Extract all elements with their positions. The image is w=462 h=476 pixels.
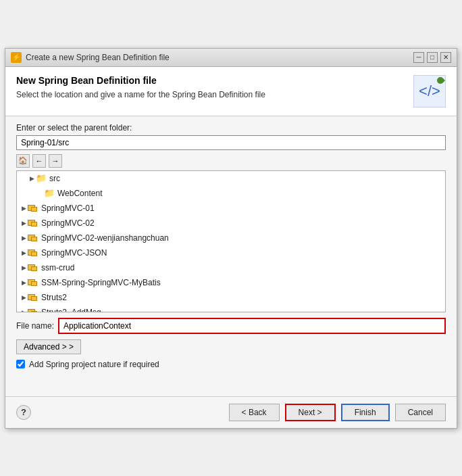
project-icon	[28, 263, 38, 272]
folder-icon: 📁	[36, 174, 47, 183]
toggle-icon[interactable]: ▶	[20, 308, 28, 312]
project-icon	[28, 218, 38, 228]
tree-item-label: SpringMVC-02-wenjianshangchuan	[41, 232, 169, 244]
tree-row[interactable]: ▶ SSM-Spring-SpringMVC-MyBatis	[17, 275, 445, 290]
maximize-button[interactable]: □	[427, 52, 438, 63]
project-icon	[28, 233, 38, 243]
toggle-icon[interactable]: ▶	[20, 204, 28, 212]
toggle-icon[interactable]: ▶	[20, 264, 28, 272]
dialog-title: Create a new Spring Bean Definition file	[26, 53, 170, 62]
tree-row[interactable]: ▶ ssm-crud	[17, 260, 445, 275]
checkbox-row: Add Spring project nature if required	[16, 360, 446, 369]
tree-row[interactable]: ▶ 📁 src	[17, 171, 445, 186]
tree-item-label: SpringMVC-02	[41, 217, 95, 229]
tree-row[interactable]: ▶ SpringMVC-02-wenjianshangchuan	[17, 231, 445, 245]
back-button[interactable]: < Back	[229, 404, 280, 421]
spacer	[16, 369, 446, 389]
nav-bar: 🏠 ← →	[16, 154, 446, 168]
advanced-button[interactable]: Advanced > >	[16, 339, 81, 354]
titlebar: ⚡ Create a new Spring Bean Definition fi…	[5, 49, 457, 67]
tree-row[interactable]: ▶ Struts2_AddMsg	[17, 305, 445, 312]
project-icon	[28, 308, 38, 312]
cancel-button[interactable]: Cancel	[395, 404, 446, 421]
dialog-icon: ⚡	[11, 52, 22, 63]
wizard-subtitle: Select the location and give a name for …	[16, 90, 265, 99]
home-button[interactable]: 🏠	[16, 154, 30, 168]
file-tree[interactable]: ▶ 📁 src 📁 WebContent ▶ SpringMVC-01	[16, 170, 446, 312]
dialog-window: ⚡ Create a new Spring Bean Definition fi…	[5, 48, 457, 429]
footer-buttons: < Back Next > Finish Cancel	[229, 404, 446, 421]
wizard-title: New Spring Bean Definition file	[16, 75, 265, 86]
toggle-icon[interactable]: ▶	[20, 293, 28, 302]
back-nav-button[interactable]: ←	[32, 154, 46, 168]
tree-item-label: Struts2	[41, 291, 67, 304]
minimize-button[interactable]: ─	[413, 52, 424, 63]
finish-button[interactable]: Finish	[341, 404, 390, 421]
spring-icon: </>	[419, 82, 440, 100]
tree-item-label: src	[49, 172, 60, 185]
toggle-icon	[36, 189, 44, 197]
tree-item-label: Struts2_AddMsg	[41, 306, 101, 312]
wizard-icon: </>	[413, 75, 446, 108]
toggle-icon[interactable]: ▶	[20, 219, 28, 227]
project-icon	[28, 293, 38, 302]
header-text: New Spring Bean Definition file Select t…	[16, 75, 265, 99]
folder-input[interactable]	[16, 135, 446, 150]
footer-section: ? < Back Next > Finish Cancel	[5, 396, 457, 428]
filename-label: File name:	[16, 321, 54, 331]
titlebar-controls: ─ □ ✕	[413, 52, 451, 63]
help-button[interactable]: ?	[16, 405, 31, 420]
spring-nature-checkbox[interactable]	[16, 360, 25, 368]
body-section: Enter or select the parent folder: 🏠 ← →…	[5, 116, 457, 396]
forward-nav-button[interactable]: →	[49, 154, 62, 168]
toggle-icon[interactable]: ▶	[20, 279, 28, 287]
tree-item-label: SpringMVC-JSON	[41, 247, 107, 259]
toggle-icon[interactable]: ▶	[28, 174, 36, 183]
tree-item-label: ssm-crud	[41, 262, 74, 274]
folder-label: Enter or select the parent folder:	[16, 123, 446, 133]
tree-item-label: WebContent	[57, 187, 103, 199]
tree-row[interactable]: 📁 WebContent	[17, 186, 445, 201]
tree-item-label: SSM-Spring-SpringMVC-MyBatis	[41, 277, 161, 289]
folder-icon: 📁	[44, 189, 55, 198]
project-icon	[28, 204, 38, 213]
filename-row: File name:	[16, 318, 446, 334]
next-button[interactable]: Next >	[285, 404, 336, 421]
tree-row[interactable]: ▶ Struts2	[17, 290, 445, 305]
tree-row[interactable]: ▶ SpringMVC-02	[17, 216, 445, 231]
toggle-icon[interactable]: ▶	[20, 249, 28, 257]
checkbox-label: Add Spring project nature if required	[29, 360, 159, 369]
tree-row[interactable]: ▶ SpringMVC-JSON	[17, 245, 445, 260]
footer-left: ?	[16, 405, 31, 420]
titlebar-left: ⚡ Create a new Spring Bean Definition fi…	[11, 52, 170, 63]
header-section: New Spring Bean Definition file Select t…	[5, 67, 457, 116]
tree-item-label: SpringMVC-01	[41, 202, 95, 214]
project-icon	[28, 278, 38, 287]
close-button[interactable]: ✕	[440, 52, 451, 63]
filename-input[interactable]	[58, 318, 446, 334]
project-icon	[28, 248, 38, 258]
tree-row[interactable]: ▶ SpringMVC-01	[17, 201, 445, 216]
toggle-icon[interactable]: ▶	[20, 234, 28, 242]
